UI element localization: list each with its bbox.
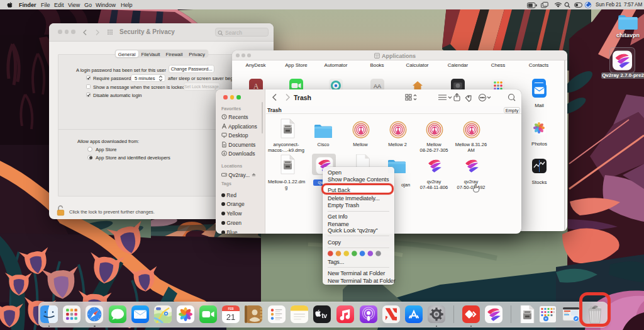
svg-text:tv: tv <box>321 312 327 319</box>
svg-text:21: 21 <box>226 312 235 322</box>
svg-text:FEB: FEB <box>228 307 235 310</box>
svg-text:AA: AA <box>373 83 380 89</box>
